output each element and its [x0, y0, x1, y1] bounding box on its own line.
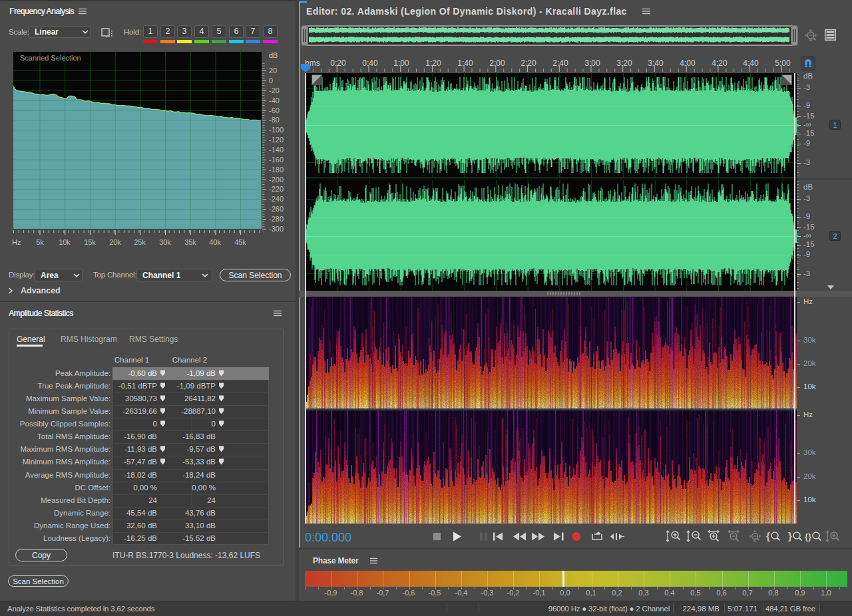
svg-text:45k: 45k: [234, 238, 246, 246]
svg-text:-240: -240: [269, 195, 284, 203]
svg-text:35k: 35k: [184, 238, 196, 246]
svg-text:40k: 40k: [209, 238, 221, 246]
svg-text:-180: -180: [269, 166, 284, 174]
svg-text:-100: -100: [269, 126, 284, 134]
svg-text:}: }: [788, 530, 792, 541]
svg-text:-80: -80: [269, 116, 280, 124]
svg-text:-60: -60: [269, 106, 280, 114]
svg-text:Scanned Selection: Scanned Selection: [20, 54, 81, 62]
svg-text:-120: -120: [269, 136, 284, 144]
svg-text:-140: -140: [269, 146, 284, 154]
svg-text:{: {: [766, 530, 770, 541]
svg-text:Hz: Hz: [12, 238, 21, 246]
svg-text:-300: -300: [269, 225, 284, 233]
svg-text:5k: 5k: [36, 238, 44, 246]
svg-text:20k: 20k: [109, 238, 121, 246]
svg-text:{}: {}: [805, 532, 811, 541]
svg-text:20: 20: [269, 67, 277, 75]
svg-text:-200: -200: [269, 176, 284, 184]
svg-text:25k: 25k: [134, 238, 146, 246]
svg-text:15k: 15k: [84, 238, 96, 246]
svg-text:-20: -20: [269, 86, 280, 94]
svg-text:0: 0: [269, 77, 273, 84]
svg-text:dB: dB: [269, 51, 278, 59]
svg-text:-280: -280: [269, 215, 284, 223]
svg-text:-220: -220: [269, 185, 284, 193]
svg-text:10k: 10k: [59, 238, 71, 246]
svg-text:30k: 30k: [159, 238, 171, 246]
svg-text:-160: -160: [269, 156, 284, 164]
svg-text:-40: -40: [269, 96, 280, 104]
svg-text:-260: -260: [269, 205, 284, 213]
